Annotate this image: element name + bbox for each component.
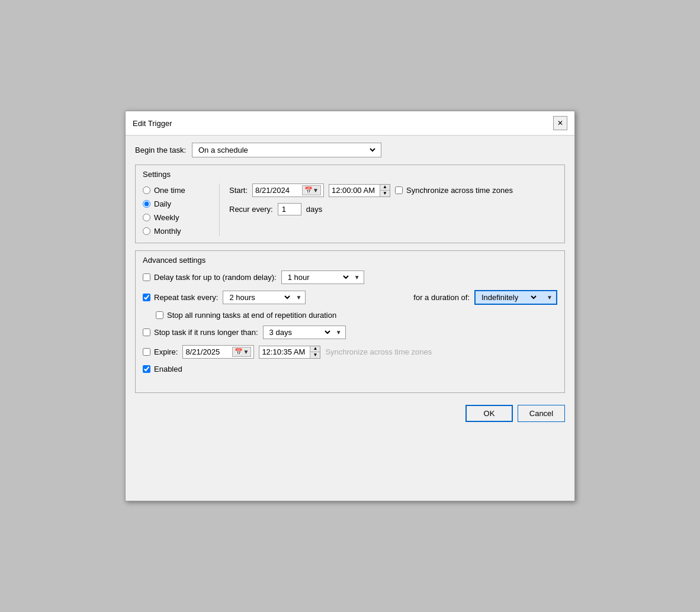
expire-spinner-buttons: ▲ ▼ — [310, 346, 320, 358]
radio-one-time-label: One time — [154, 186, 185, 195]
radio-daily[interactable]: Daily — [143, 199, 210, 208]
sync-checkbox[interactable] — [395, 186, 403, 194]
start-label: Start: — [229, 186, 248, 195]
enabled-checkbox[interactable] — [143, 365, 150, 373]
radio-one-time[interactable]: One time — [143, 186, 210, 195]
stop-longer-dropdown[interactable]: 3 days 1 hour 2 hours 4 hours 8 hours 12… — [263, 326, 346, 339]
expire-checkbox-label[interactable]: Expire: — [143, 347, 178, 356]
begin-dropdown[interactable]: On a schedule At log on At startup On id… — [192, 143, 381, 157]
expire-time-field[interactable] — [259, 346, 310, 357]
radio-monthly[interactable]: Monthly — [143, 227, 210, 236]
repeat-dropdown[interactable]: 2 hours 5 minutes 10 minutes 15 minutes … — [223, 291, 306, 304]
begin-row: Begin the task: On a schedule At log on … — [135, 143, 565, 157]
expire-calendar-icon: 📅 — [235, 348, 243, 356]
start-date-input[interactable]: 📅 ▼ — [252, 183, 324, 197]
buttons-row: OK Cancel — [135, 400, 565, 422]
start-row: Start: 📅 ▼ ▲ ▼ — [229, 183, 557, 197]
chevron-down-icon: ▼ — [313, 187, 319, 194]
enabled-checkbox-label[interactable]: Enabled — [143, 365, 182, 373]
recur-label: Recur every: — [229, 205, 273, 214]
sync-checkbox-label[interactable]: Synchronize across time zones — [395, 186, 513, 195]
start-time-spinner[interactable]: ▲ ▼ — [329, 184, 390, 197]
radio-monthly-label: Monthly — [154, 227, 181, 236]
recur-unit: days — [306, 205, 322, 214]
expire-date-field[interactable] — [185, 347, 230, 356]
time-spin-up[interactable]: ▲ — [380, 185, 390, 191]
enabled-row: Enabled — [143, 365, 557, 373]
title-bar: Edit Trigger ✕ — [126, 111, 574, 136]
delay-row: Delay task for up to (random delay): 1 h… — [143, 270, 557, 284]
repeat-select[interactable]: 2 hours 5 minutes 10 minutes 15 minutes … — [227, 292, 292, 302]
for-duration-label: for a duration of: — [413, 293, 470, 302]
repeat-row: Repeat task every: 2 hours 5 minutes 10 … — [143, 290, 557, 305]
enabled-label: Enabled — [154, 365, 182, 373]
time-spinner-buttons: ▲ ▼ — [380, 185, 390, 197]
settings-section: Settings One time Daily Weekly — [135, 165, 565, 243]
stop-longer-chevron-icon: ▼ — [336, 329, 342, 336]
for-duration: for a duration of: Indefinitely 15 minut… — [413, 290, 557, 305]
settings-right: Start: 📅 ▼ ▲ ▼ — [220, 183, 557, 236]
begin-label: Begin the task: — [135, 146, 186, 154]
radio-one-time-input[interactable] — [143, 186, 150, 194]
stop-longer-row: Stop task if it runs longer than: 3 days… — [143, 326, 557, 339]
expire-date-input[interactable]: 📅 ▼ — [182, 345, 254, 359]
edit-trigger-dialog: Edit Trigger ✕ Begin the task: On a sche… — [125, 111, 575, 501]
calendar-icon: 📅 — [304, 186, 313, 194]
delay-label: Delay task for up to (random delay): — [154, 273, 277, 282]
sync-label: Synchronize across time zones — [406, 186, 513, 195]
settings-legend: Settings — [143, 170, 557, 179]
delay-checkbox-label[interactable]: Delay task for up to (random delay): — [143, 273, 277, 282]
close-button[interactable]: ✕ — [553, 116, 567, 130]
stop-running-checkbox-label[interactable]: Stop all running tasks at end of repetit… — [156, 311, 336, 320]
radio-weekly[interactable]: Weekly — [143, 213, 210, 222]
cancel-button[interactable]: Cancel — [518, 405, 565, 422]
expire-spin-down[interactable]: ▼ — [310, 352, 320, 358]
advanced-section: Advanced settings Delay task for up to (… — [135, 250, 565, 393]
expire-label: Expire: — [154, 347, 178, 356]
repeat-checkbox[interactable] — [143, 294, 150, 301]
radio-weekly-label: Weekly — [154, 213, 179, 222]
repeat-chevron-icon: ▼ — [296, 294, 301, 301]
advanced-legend: Advanced settings — [143, 256, 557, 265]
radio-daily-input[interactable] — [143, 200, 150, 208]
stop-longer-checkbox-label[interactable]: Stop task if it runs longer than: — [143, 328, 258, 337]
duration-select[interactable]: Indefinitely 15 minutes 30 minutes 1 hou… — [479, 292, 538, 302]
recur-row: Recur every: days — [229, 203, 557, 215]
recur-input[interactable] — [278, 203, 301, 215]
stop-running-row: Stop all running tasks at end of repetit… — [156, 311, 557, 320]
stop-running-checkbox[interactable] — [156, 311, 163, 319]
radio-monthly-input[interactable] — [143, 227, 150, 235]
time-spin-down[interactable]: ▼ — [380, 191, 390, 197]
repeat-label: Repeat task every: — [154, 293, 218, 302]
expire-chevron-down-icon: ▼ — [243, 349, 249, 355]
start-time-field[interactable] — [329, 185, 380, 196]
dialog-title: Edit Trigger — [133, 119, 172, 128]
start-date-field[interactable] — [255, 186, 300, 195]
delay-chevron-icon: ▼ — [354, 274, 360, 281]
begin-select[interactable]: On a schedule At log on At startup On id… — [196, 145, 377, 155]
delay-dropdown[interactable]: 1 hour 30 minutes 2 hours 4 hours 8 hour… — [281, 270, 364, 284]
dialog-body: Begin the task: On a schedule At log on … — [126, 136, 574, 431]
radio-daily-label: Daily — [154, 199, 171, 208]
duration-chevron-icon: ▼ — [547, 294, 553, 301]
repeat-checkbox-label[interactable]: Repeat task every: — [143, 293, 218, 302]
ok-button[interactable]: OK — [465, 405, 513, 422]
radio-weekly-input[interactable] — [143, 214, 150, 221]
expire-row: Expire: 📅 ▼ ▲ ▼ Synchronize acro — [143, 345, 557, 359]
expire-spin-up[interactable]: ▲ — [310, 346, 320, 352]
expire-checkbox[interactable] — [143, 348, 150, 356]
settings-inner: One time Daily Weekly Monthly — [143, 183, 557, 236]
stop-running-label: Stop all running tasks at end of repetit… — [167, 311, 336, 320]
duration-dropdown[interactable]: Indefinitely 15 minutes 30 minutes 1 hou… — [474, 290, 557, 305]
stop-longer-checkbox[interactable] — [143, 328, 150, 336]
expire-calendar-button[interactable]: 📅 ▼ — [232, 347, 251, 357]
expire-sync-label: Synchronize across time zones — [325, 347, 432, 356]
expire-time-spinner[interactable]: ▲ ▼ — [259, 346, 320, 359]
radio-group: One time Daily Weekly Monthly — [143, 183, 220, 236]
delay-select[interactable]: 1 hour 30 minutes 2 hours 4 hours 8 hour… — [285, 272, 351, 282]
stop-longer-select[interactable]: 3 days 1 hour 2 hours 4 hours 8 hours 12… — [267, 327, 332, 337]
stop-longer-label: Stop task if it runs longer than: — [154, 328, 258, 337]
delay-checkbox[interactable] — [143, 273, 150, 281]
calendar-button[interactable]: 📅 ▼ — [302, 185, 321, 195]
